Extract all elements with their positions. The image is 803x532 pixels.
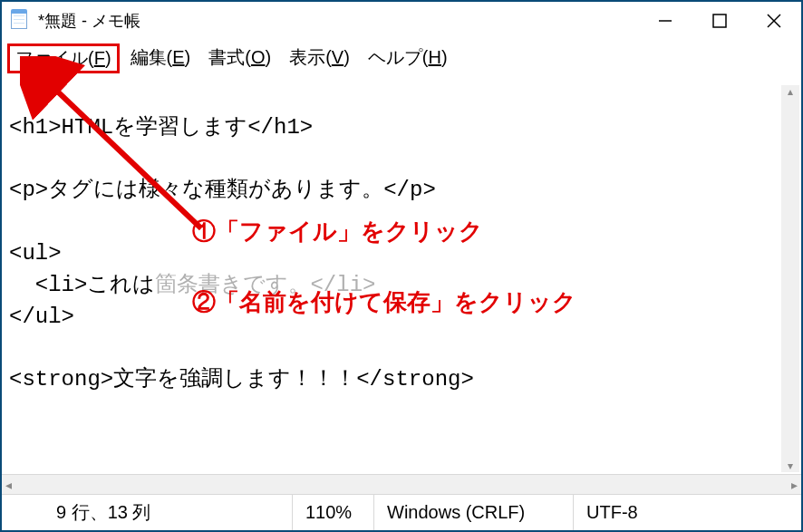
close-button[interactable] bbox=[747, 2, 801, 40]
menu-help[interactable]: ヘルプ(H) bbox=[361, 44, 455, 73]
scroll-up-icon[interactable]: ▴ bbox=[788, 85, 793, 98]
maximize-button[interactable] bbox=[692, 2, 747, 40]
menu-edit[interactable]: 編集(E) bbox=[123, 44, 198, 73]
horizontal-scrollbar[interactable]: ◂ ▸ bbox=[2, 474, 801, 494]
svg-rect-1 bbox=[713, 15, 726, 27]
code-line: <ul> bbox=[9, 241, 62, 266]
menu-format[interactable]: 書式(O) bbox=[201, 44, 278, 73]
code-line: <p>タグには様々な種類があります。</p> bbox=[9, 178, 436, 202]
code-line: <strong>文字を強調します！！！</strong> bbox=[9, 367, 474, 392]
status-zoom: 110% bbox=[292, 495, 373, 530]
menu-file[interactable]: ファイル(F) bbox=[7, 44, 120, 73]
status-position: 9 行、13 列 bbox=[2, 495, 292, 530]
status-eol: Windows (CRLF) bbox=[373, 495, 573, 530]
code-line: <li>これは箇条書きです。</li> bbox=[9, 273, 375, 297]
notepad-icon bbox=[11, 11, 29, 31]
status-encoding: UTF-8 bbox=[573, 495, 801, 530]
window-controls bbox=[638, 2, 801, 40]
scroll-right-icon[interactable]: ▸ bbox=[791, 478, 798, 492]
titlebar[interactable]: *無題 - メモ帳 bbox=[2, 2, 801, 40]
scroll-down-icon[interactable]: ▾ bbox=[788, 459, 793, 472]
statusbar: 9 行、13 列 110% Windows (CRLF) UTF-8 bbox=[2, 494, 801, 530]
minimize-button[interactable] bbox=[638, 2, 692, 40]
editor-area[interactable]: <h1>HTMLを学習します</h1> <p>タグには様々な種類があります。</… bbox=[2, 79, 801, 474]
scroll-left-icon[interactable]: ◂ bbox=[5, 478, 12, 492]
code-line: <h1>HTMLを学習します</h1> bbox=[9, 115, 313, 140]
notepad-window: *無題 - メモ帳 ファイル(F) 編集(E) 書式(O) 表示(V) ヘルプ(… bbox=[0, 0, 803, 532]
vertical-scrollbar[interactable]: ▴ ▾ bbox=[781, 85, 799, 472]
menubar: ファイル(F) 編集(E) 書式(O) 表示(V) ヘルプ(H) bbox=[2, 40, 801, 79]
code-line: </ul> bbox=[9, 305, 74, 329]
window-title: *無題 - メモ帳 bbox=[38, 10, 140, 32]
menu-view[interactable]: 表示(V) bbox=[282, 44, 357, 73]
